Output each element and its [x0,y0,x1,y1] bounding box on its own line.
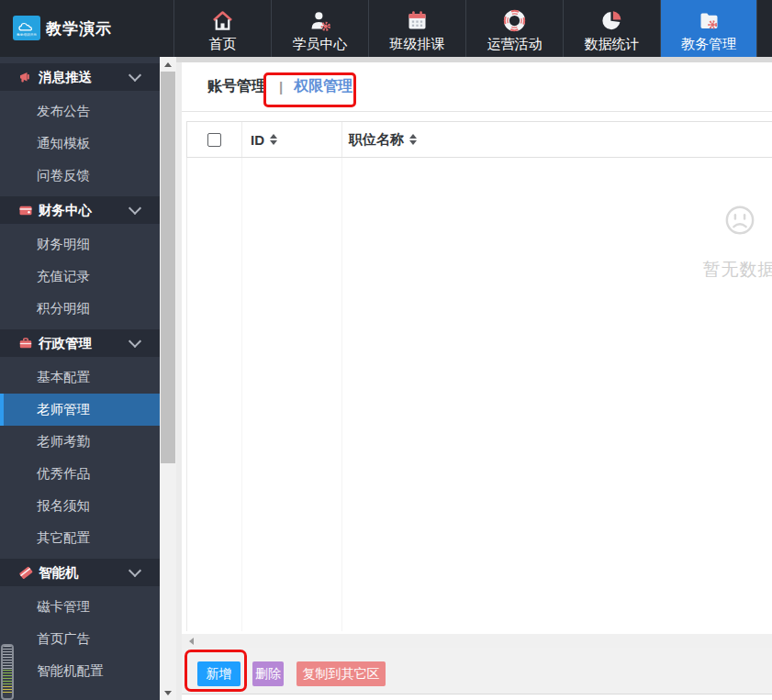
nav-item-label: 学员中心 [293,36,348,53]
widget-green-lines [3,670,12,686]
sidebar-group-message[interactable]: 消息推送 [0,63,160,91]
sidebar-scrollbar-thumb[interactable] [161,72,175,463]
sidebar-group-items: 财务明细充值记录积分明细 [0,228,160,325]
chevron-down-icon [129,69,141,82]
copy-button[interactable]: 复制到其它区 [296,661,386,686]
column-divider [241,158,242,631]
main-nav: 首页 学员中心 班级排课 运营活动 数据统计 教务管理 [173,0,757,57]
tab-account-management[interactable]: 账号管理 [207,77,266,96]
nav-item-operations[interactable]: 运营活动 [465,0,563,57]
delete-button[interactable]: 删除 [252,661,284,686]
nav-item-scheduling[interactable]: 班级排课 [368,0,465,57]
wallet-icon [18,203,33,217]
student-icon [308,7,332,35]
sidebar-group-items: 磁卡管理首页广告智能机配置 [0,591,160,687]
sidebar-group-label: 智能机 [39,564,130,582]
scroll-left-arrow-icon[interactable] [189,638,194,645]
nav-item-students[interactable]: 学员中心 [271,0,368,57]
home-icon [210,7,235,35]
calendar-icon [405,7,430,35]
briefcase-icon [18,336,33,350]
sidebar: 消息推送发布公告通知模板问卷反馈 财务中心财务明细充值记录积分明细 行政管理基本… [0,57,160,700]
sidebar-item[interactable]: 基本配置 [0,361,160,394]
card-icon [18,565,33,580]
widget-gray-lines [3,646,12,670]
sidebar-item[interactable]: 首页广告 [0,623,160,655]
sidebar-group-label: 行政管理 [39,335,130,352]
column-header-position-name[interactable]: 职位名称 [342,122,772,157]
horizontal-scrollbar[interactable] [182,634,772,648]
sidebar-item[interactable]: 其它配置 [0,522,160,554]
nav-item-label: 教务管理 [681,36,736,53]
sidebar-item[interactable]: 智能机配置 [0,655,160,687]
add-button[interactable]: 新增 [197,661,241,686]
app-logo: 教学培训演示 [13,16,40,40]
footer-toolbar: 新增删除复制到其它区 [182,648,772,694]
table-body [186,158,772,631]
sidebar-group-admin[interactable]: 行政管理 [0,329,160,357]
empty-state-text: 暂无数据 [696,258,772,282]
sidebar-group-items: 发布公告通知模板问卷反馈 [0,95,160,192]
column-label: ID [251,132,264,148]
app-title: 教学演示 [46,0,112,57]
sidebar-item[interactable]: 充值记录 [0,261,160,293]
column-header-id[interactable]: ID [242,122,342,157]
sort-carets-icon[interactable] [270,134,277,145]
sad-face-icon [724,205,755,236]
nav-item-label: 班级排课 [390,36,445,53]
sidebar-item[interactable]: 报名须知 [0,490,160,522]
tab-separator: | [279,79,283,94]
sidebar-item[interactable]: 财务明细 [0,228,160,261]
column-label: 职位名称 [349,131,404,149]
sidebar-item[interactable]: 发布公告 [0,95,160,128]
sidebar-item[interactable]: 老师考勤 [0,426,160,458]
sidebar-scrollbar[interactable] [160,57,176,700]
piechart-icon [599,7,624,35]
table-header-row: ID 职位名称 [186,121,772,158]
scroll-down-arrow-icon[interactable] [160,685,176,700]
tab-permission-management[interactable]: 权限管理 [294,77,352,96]
widget-yellow-lines [3,686,12,694]
sidebar-group-machine[interactable]: 智能机 [0,559,160,586]
sidebar-item[interactable]: 问卷反馈 [0,160,160,192]
sidebar-item[interactable]: 老师管理 [0,394,160,426]
chevron-down-icon [129,564,141,577]
nav-item-statistics[interactable]: 数据统计 [563,0,660,57]
nav-item-home[interactable]: 首页 [173,0,271,57]
empty-state: 暂无数据 [696,205,772,282]
nav-item-label: 首页 [209,36,237,53]
column-divider [341,158,342,631]
chevron-down-icon [129,202,141,215]
chevron-down-icon [129,335,141,348]
select-all-checkbox[interactable] [207,133,221,147]
nav-item-academic[interactable]: 教务管理 [660,0,757,57]
sidebar-group-label: 消息推送 [39,69,130,86]
logo-caption: 教学培训演示 [17,33,37,37]
sidebar-item[interactable]: 优秀作品 [0,458,160,490]
sidebar-item[interactable]: 积分明细 [0,293,160,325]
sidebar-group-items: 基本配置老师管理老师考勤优秀作品报名须知其它配置 [0,361,160,554]
main-content: 账号管理 | 权限管理 ID 职位名称 暂无数据 新增删除复制到其 [182,62,772,700]
scroll-up-arrow-icon[interactable] [160,57,176,72]
sidebar-group-label: 财务中心 [39,202,130,219]
nav-item-label: 运营活动 [487,36,543,53]
top-navbar: 教学培训演示 教学演示 首页 学员中心 班级排课 运营活动 数据统计 教务管理 [0,0,772,57]
sidebar-item[interactable]: 通知模板 [0,128,160,160]
nav-item-label: 数据统计 [585,36,640,53]
cloud-icon [17,20,37,33]
sidebar-group-finance[interactable]: 财务中心 [0,196,160,224]
tab-bar: 账号管理 | 权限管理 [182,62,772,112]
sort-carets-icon[interactable] [409,134,417,145]
megaphone-icon [18,70,33,84]
folder-gear-icon [697,7,722,35]
lifebuoy-icon [502,7,527,35]
sidebar-item[interactable]: 磁卡管理 [0,591,160,623]
corner-widget [1,644,14,700]
select-all-cell [187,122,242,157]
